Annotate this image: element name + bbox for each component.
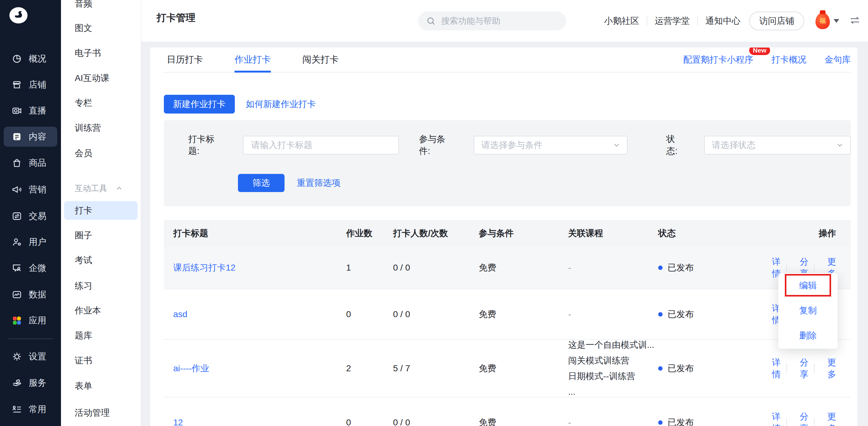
search-icon — [426, 16, 436, 26]
link-notification-center[interactable]: 通知中心 — [705, 15, 740, 27]
row-title-link[interactable]: ai----作业 — [173, 363, 346, 374]
status-dot — [658, 366, 662, 371]
more-link[interactable]: 更多 — [820, 411, 836, 426]
status-text: 已发布 — [668, 308, 694, 320]
submenu-item-checkin[interactable]: 打卡 — [64, 201, 137, 220]
tabs-right-links: 配置鹅打卡小程序 New 打卡概况 金句库 — [665, 54, 851, 66]
tab-calendar-checkin[interactable]: 日历打卡 — [167, 48, 203, 72]
app-logo[interactable] — [9, 7, 28, 24]
table-row: 12 0 0 / 0 免费 - 已发布 详情 分享 更多 — [164, 398, 851, 426]
filter-button[interactable]: 筛选 — [238, 174, 284, 192]
link-community[interactable]: 小鹅社区 — [604, 15, 639, 27]
detail-link[interactable]: 详情 — [765, 357, 781, 381]
gear-icon — [11, 351, 23, 362]
sidebar-item-data[interactable]: 数据 — [4, 285, 57, 305]
link-configure-miniprogram[interactable]: 配置鹅打卡小程序 New — [683, 54, 753, 66]
search-input[interactable] — [440, 16, 554, 26]
sidebar-item-wecom[interactable]: 企微 — [4, 258, 57, 278]
chevron-down-icon[interactable] — [834, 19, 839, 23]
sidebar-item-live[interactable]: 直播 — [4, 101, 57, 121]
sidebar-item-content[interactable]: 内容 — [4, 127, 57, 147]
submenu-item-workbook[interactable]: 作业本 — [61, 301, 141, 320]
checkin-table: 打卡标题 作业数 打卡人数/次数 参与条件 关联课程 状态 操作 课后练习打卡1… — [164, 220, 851, 426]
sidebar-item-service[interactable]: 服务 — [4, 373, 57, 393]
switch-account-icon[interactable] — [849, 16, 861, 26]
video-camera-icon — [11, 105, 23, 116]
row-title-link[interactable]: 课后练习打卡12 — [173, 262, 346, 274]
share-link[interactable]: 分享 — [793, 357, 809, 381]
submenu-item-circle[interactable]: 圈子 — [61, 226, 141, 245]
tabs-bar: 日历打卡 作业打卡 闯关打卡 配置鹅打卡小程序 New 打卡概况 金句库 — [164, 48, 851, 72]
filter-status-select[interactable]: 请选择状态 — [704, 136, 851, 154]
sidebar-item-overview[interactable]: 概况 — [4, 49, 57, 69]
submenu-item-ebook[interactable]: 电子书 — [61, 44, 141, 63]
status-text: 已发布 — [668, 363, 694, 374]
submenu-item-practice[interactable]: 练习 — [61, 276, 141, 295]
submenu-item-article[interactable]: 图文 — [61, 19, 141, 37]
filter-panel: 打卡标题: 参与条件: 请选择参与条件 状态: 请选择状态 — [164, 120, 851, 206]
sidebar-item-shop[interactable]: 店铺 — [4, 75, 57, 95]
related-courses: 这是一个自由模式训... 闯关模式训练营 日期模式--训练营 ... — [568, 337, 658, 400]
top-header: 打卡管理 小鹅社区 运营学堂 通知中心 访问店铺 福 — [141, 0, 868, 41]
more-link[interactable]: 更多 — [820, 357, 836, 381]
status-dot — [658, 312, 662, 316]
content-background: 日历打卡 作业打卡 闯关打卡 配置鹅打卡小程序 New 打卡概况 金句库 新建作… — [141, 41, 868, 426]
reset-filters-link[interactable]: 重置筛选项 — [297, 177, 341, 189]
header-divider — [697, 17, 698, 25]
sidebar-item-settings[interactable]: 设置 — [4, 346, 57, 367]
submenu-item-ai-course[interactable]: AI互动课 — [61, 69, 141, 88]
submenu-item-audio[interactable]: 音频 — [61, 0, 141, 13]
sidebar-item-marketing[interactable]: 营销 — [4, 180, 57, 200]
tab-level-checkin[interactable]: 闯关打卡 — [302, 48, 339, 72]
megaphone-icon — [11, 184, 23, 195]
row-title-link[interactable]: 12 — [173, 418, 346, 426]
filter-condition-label: 参与条件: — [419, 133, 456, 157]
hand-service-icon — [11, 377, 23, 389]
filter-title-label: 打卡标题: — [188, 133, 225, 157]
share-link[interactable]: 分享 — [793, 411, 809, 426]
submenu-section-interactive-tools[interactable]: 互动工具 — [61, 180, 141, 196]
tab-homework-checkin[interactable]: 作业打卡 — [235, 48, 271, 72]
filter-condition-select[interactable]: 请选择参与条件 — [474, 136, 627, 154]
toolbar: 新建作业打卡 如何新建作业打卡 — [164, 95, 851, 114]
sidebar-item-apps[interactable]: 应用 — [4, 311, 57, 331]
checkin-title-input[interactable] — [250, 140, 389, 150]
primary-sidebar: 概况 店铺 直播 内容 商品 营销 交易 用户 — [0, 0, 61, 426]
submenu-item-form[interactable]: 表单 — [61, 376, 141, 395]
list-person-icon — [11, 404, 23, 415]
more-actions-menu: 编辑 复制 删除 — [778, 273, 838, 349]
chevron-down-icon — [613, 141, 621, 149]
submenu-item-question-bank[interactable]: 题库 — [61, 326, 141, 345]
menu-item-copy[interactable]: 复制 — [778, 298, 838, 323]
chat-person-icon — [11, 263, 23, 274]
status-text: 已发布 — [668, 262, 694, 274]
global-search[interactable] — [418, 11, 566, 30]
menu-item-delete[interactable]: 删除 — [778, 323, 838, 348]
submenu-item-camp[interactable]: 训练营 — [61, 119, 141, 137]
sidebar-item-goods[interactable]: 商品 — [4, 153, 57, 173]
document-icon — [11, 131, 23, 142]
create-homework-checkin-button[interactable]: 新建作业打卡 — [164, 95, 235, 114]
status-text: 已发布 — [668, 417, 694, 426]
how-to-create-link[interactable]: 如何新建作业打卡 — [246, 98, 316, 110]
avatar[interactable]: 福 — [815, 13, 830, 29]
sidebar-item-trade[interactable]: 交易 — [4, 206, 57, 226]
table-row: asd 0 0 / 0 免费 - 已发布 详情 分享 更多 — [164, 289, 851, 340]
link-quote-library[interactable]: 金句库 — [825, 54, 851, 66]
link-academy[interactable]: 运营学堂 — [655, 15, 690, 27]
detail-link[interactable]: 详情 — [765, 411, 781, 426]
submenu-item-member[interactable]: 会员 — [61, 144, 141, 163]
menu-item-edit[interactable]: 编辑 — [778, 273, 838, 298]
user-gear-icon — [11, 237, 23, 248]
visit-shop-button[interactable]: 访问店铺 — [749, 11, 804, 30]
link-checkin-overview[interactable]: 打卡概况 — [771, 54, 806, 66]
submenu-item-exam[interactable]: 考试 — [61, 251, 141, 270]
sidebar-item-users[interactable]: 用户 — [4, 232, 57, 252]
submenu-item-column[interactable]: 专栏 — [61, 93, 141, 112]
submenu-item-activity[interactable]: 活动管理 — [61, 403, 141, 422]
row-title-link[interactable]: asd — [173, 309, 346, 320]
page-title: 打卡管理 — [157, 11, 195, 24]
sidebar-item-frequent[interactable]: 常用 — [4, 399, 57, 420]
submenu-item-certificate[interactable]: 证书 — [61, 351, 141, 370]
filter-title-input[interactable] — [243, 136, 399, 154]
